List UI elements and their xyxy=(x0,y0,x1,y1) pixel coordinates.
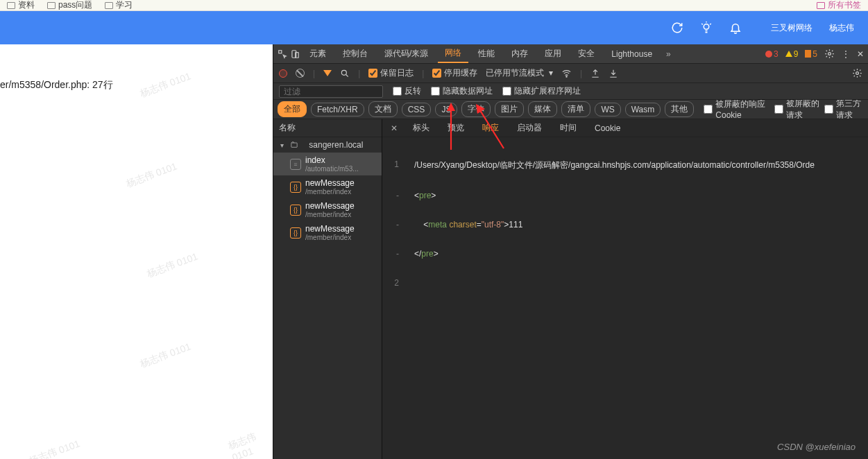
pill-doc[interactable]: 文档 xyxy=(368,101,398,117)
svg-rect-1 xyxy=(279,50,282,53)
tab-console[interactable]: 控制台 xyxy=(336,45,375,62)
preserve-log-checkbox[interactable]: 保留日志 xyxy=(368,67,414,79)
domain-row[interactable]: sangeren.local xyxy=(273,137,382,153)
tabs-overflow-icon[interactable]: » xyxy=(662,49,675,59)
request-row[interactable]: {}newMessage/member/index xyxy=(273,175,382,198)
pill-fetch[interactable]: Fetch/XHR xyxy=(311,103,364,116)
xhr-icon: {} xyxy=(290,205,301,216)
lightbulb-icon[interactable] xyxy=(700,21,713,34)
download-icon[interactable] xyxy=(609,69,618,78)
type-filter-bar: 全部 Fetch/XHR 文档 CSS JS 字体 图片 媒体 清单 WS Wa… xyxy=(273,100,868,119)
bookmark-item[interactable]: 学习 xyxy=(105,0,133,11)
pill-all[interactable]: 全部 xyxy=(278,101,307,117)
svg-point-0 xyxy=(704,24,709,30)
devtools-panel: 元素 控制台 源代码/来源 网络 性能 内存 应用 安全 Lighthouse … xyxy=(273,44,868,459)
svg-rect-8 xyxy=(291,143,297,147)
response-body[interactable]: 1/Users/Xyang/Desktop/临时文件/源码解密/gangcai.… xyxy=(382,137,868,459)
detail-tab-headers[interactable]: 标头 xyxy=(405,119,438,137)
hide-data-url-checkbox[interactable]: 隐藏数据网址 xyxy=(431,85,493,97)
pill-css[interactable]: CSS xyxy=(402,103,432,116)
detail-tab-preview[interactable]: 预览 xyxy=(439,119,473,137)
network-toolbar: | | 保留日志 | 停用缓存 已停用节流模式 ▾ | xyxy=(273,64,868,83)
more-icon[interactable]: ⋮ xyxy=(842,49,850,59)
tab-elements[interactable]: 元素 xyxy=(303,45,333,62)
brand-label: 三叉树网络 xyxy=(771,22,812,34)
request-detail: ✕ 标头 预览 响应 启动器 时间 Cookie 1/Users/Xyang/D… xyxy=(382,119,868,459)
detail-tab-timing[interactable]: 时间 xyxy=(552,119,585,137)
devtools-tabs: 元素 控制台 源代码/来源 网络 性能 内存 应用 安全 Lighthouse … xyxy=(273,44,868,64)
folder-icon xyxy=(817,2,825,9)
pill-img[interactable]: 图片 xyxy=(495,101,524,117)
detail-tabs: ✕ 标头 预览 响应 启动器 时间 Cookie xyxy=(382,119,868,137)
request-row[interactable]: {}newMessage/member/index xyxy=(273,198,382,221)
upload-icon[interactable] xyxy=(590,69,600,78)
inspect-icon[interactable] xyxy=(278,49,287,59)
status-line: er/m5358/Order.php: 27行 xyxy=(0,44,273,92)
bookmark-item[interactable]: 资料 xyxy=(7,0,35,11)
xhr-icon: {} xyxy=(290,182,301,193)
clear-icon[interactable] xyxy=(296,69,305,78)
pill-font[interactable]: 字体 xyxy=(461,101,491,117)
tab-performance[interactable]: 性能 xyxy=(471,45,502,62)
list-header: 名称 xyxy=(273,119,382,137)
close-icon[interactable]: ✕ xyxy=(385,122,403,135)
close-icon[interactable]: ✕ xyxy=(857,49,864,59)
browser-toolbar: 三叉树网络 杨志伟 xyxy=(0,11,868,44)
detail-tab-initiator[interactable]: 启动器 xyxy=(509,119,550,137)
pill-media[interactable]: 媒体 xyxy=(528,101,557,117)
third-party-checkbox[interactable]: 第三方请求 xyxy=(824,100,864,119)
detail-tab-response[interactable]: 响应 xyxy=(474,119,507,137)
watermark: 杨志伟 0101 xyxy=(145,250,200,280)
pill-manifest[interactable]: 清单 xyxy=(561,101,590,117)
folder-icon xyxy=(47,2,56,9)
disable-cache-checkbox[interactable]: 停用缓存 xyxy=(432,67,477,79)
source-watermark: CSDN @xuefeiniao xyxy=(777,442,856,452)
pill-other[interactable]: 其他 xyxy=(665,101,694,117)
document-icon: ≡ xyxy=(290,159,301,170)
svg-point-7 xyxy=(856,72,859,75)
warnings-badge[interactable]: 9 xyxy=(785,49,799,59)
pill-js[interactable]: JS xyxy=(435,103,457,116)
svg-point-5 xyxy=(341,70,346,75)
filter-icon[interactable] xyxy=(323,70,332,76)
blocked-request-checkbox[interactable]: 被屏蔽的请求 xyxy=(774,100,820,119)
tab-memory[interactable]: 内存 xyxy=(504,45,535,62)
gear-icon[interactable] xyxy=(824,49,835,59)
blocked-cookie-checkbox[interactable]: 被屏蔽的响应 Cookie xyxy=(704,100,770,119)
pill-wasm[interactable]: Wasm xyxy=(625,103,661,116)
filter-input[interactable] xyxy=(279,85,383,98)
user-label: 杨志伟 xyxy=(829,22,854,34)
page-content: er/m5358/Order.php: 27行 杨志伟 0101 杨志伟 010… xyxy=(0,44,273,459)
search-icon[interactable] xyxy=(340,69,350,78)
svg-point-4 xyxy=(828,53,831,55)
errors-badge[interactable]: 3 xyxy=(765,49,778,59)
bell-icon[interactable] xyxy=(729,21,742,34)
watermark: 杨志伟 0101 xyxy=(124,160,179,190)
request-list: 名称 sangeren.local ≡index/automatic/m53..… xyxy=(273,119,382,459)
gear-icon[interactable] xyxy=(852,68,862,78)
device-icon[interactable] xyxy=(290,49,300,59)
bookmark-bar: 资料 pass问题 学习 所有书签 xyxy=(0,0,868,11)
record-icon[interactable] xyxy=(279,69,287,78)
invert-checkbox[interactable]: 反转 xyxy=(393,85,421,97)
svg-point-6 xyxy=(566,76,567,77)
throttle-select[interactable]: 已停用节流模式 ▾ xyxy=(486,67,553,79)
xhr-icon: {} xyxy=(290,227,301,239)
watermark: 杨志伟 0101 xyxy=(138,340,193,370)
bookmark-item[interactable]: pass问题 xyxy=(47,0,92,11)
hide-ext-url-checkbox[interactable]: 隐藏扩展程序网址 xyxy=(502,85,581,97)
detail-tab-cookie[interactable]: Cookie xyxy=(586,121,629,136)
tab-network[interactable]: 网络 xyxy=(438,44,468,63)
issues-badge[interactable]: 5 xyxy=(805,49,817,59)
bookmark-all[interactable]: 所有书签 xyxy=(817,0,861,11)
request-row[interactable]: ≡index/automatic/m53... xyxy=(273,153,382,175)
tab-sources[interactable]: 源代码/来源 xyxy=(377,45,435,62)
tab-security[interactable]: 安全 xyxy=(571,45,602,62)
request-row[interactable]: {}newMessage/member/index xyxy=(273,221,382,244)
refresh-icon[interactable] xyxy=(671,21,683,34)
pill-ws[interactable]: WS xyxy=(595,103,620,116)
wifi-icon[interactable] xyxy=(561,68,572,78)
tab-application[interactable]: 应用 xyxy=(538,45,568,62)
tab-lighthouse[interactable]: Lighthouse xyxy=(604,46,659,62)
filter-bar: 反转 隐藏数据网址 隐藏扩展程序网址 xyxy=(273,83,868,100)
